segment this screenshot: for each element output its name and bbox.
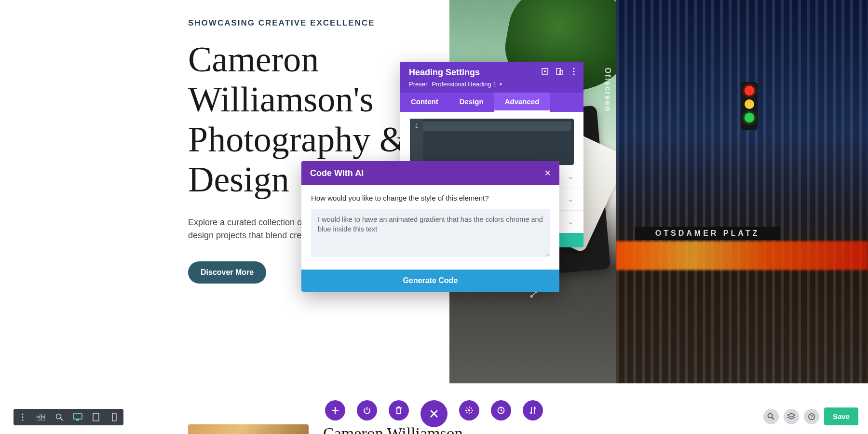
close-icon[interactable]: × (544, 168, 551, 178)
responsive-icon[interactable] (556, 68, 563, 75)
close-builder-icon[interactable] (420, 400, 448, 427)
sort-icon[interactable] (523, 400, 543, 420)
ai-modal-title: Code With AI (310, 168, 364, 178)
street-sign: OTSDAMER PLATZ (635, 227, 780, 240)
watermark-text: Ofiscreen (603, 68, 612, 112)
svg-point-9 (22, 420, 24, 421)
svg-point-14 (56, 414, 61, 419)
svg-point-7 (22, 414, 24, 415)
traffic-light-green (745, 113, 754, 122)
history-icon[interactable] (491, 400, 511, 420)
hero-image-city: OTSDAMER PLATZ (616, 0, 868, 383)
more-icon[interactable] (17, 412, 28, 422)
focus-icon[interactable] (541, 68, 549, 75)
svg-point-6 (573, 73, 574, 75)
traffic-light-yellow (745, 99, 754, 109)
power-icon[interactable] (357, 400, 377, 420)
svg-point-8 (22, 417, 24, 418)
tab-design[interactable]: Design (460, 93, 484, 112)
svg-point-4 (573, 68, 574, 69)
ai-modal-body: How would you like to change the style o… (301, 185, 559, 270)
svg-point-1 (544, 70, 546, 72)
css-code-editor[interactable]: 1 (410, 119, 574, 165)
zoom-icon[interactable] (54, 412, 65, 422)
svg-rect-10 (37, 414, 40, 417)
city-buildings-graphic (616, 0, 868, 383)
desktop-view-icon[interactable] (72, 412, 83, 422)
svg-point-20 (468, 409, 470, 411)
search-icon[interactable] (763, 409, 779, 424)
tab-advanced[interactable]: Advanced (494, 93, 550, 112)
svg-rect-16 (73, 414, 82, 419)
svg-text:?: ? (810, 414, 813, 419)
traffic-light-graphic (741, 82, 758, 130)
preset-value: Professional Heading 1 (432, 81, 496, 88)
light-trails-graphic (616, 241, 868, 270)
code-gutter: 1 (410, 119, 423, 165)
layers-icon[interactable] (784, 409, 799, 424)
phone-view-icon[interactable] (109, 412, 120, 422)
svg-rect-12 (37, 418, 40, 420)
right-actions: ? Save (763, 407, 858, 425)
chevron-down-icon: ⌄ (568, 172, 574, 181)
svg-rect-3 (560, 70, 562, 74)
svg-point-22 (768, 414, 773, 418)
traffic-light-red (745, 86, 754, 95)
chevron-down-icon: ▾ (500, 81, 502, 87)
svg-rect-13 (41, 418, 45, 420)
generate-code-button[interactable]: Generate Code (301, 270, 559, 292)
settings-tabs: Content Design Advanced (400, 93, 583, 112)
add-icon[interactable] (325, 400, 345, 420)
save-button[interactable]: Save (824, 407, 858, 425)
discover-more-button[interactable]: Discover More (188, 261, 266, 284)
author-photo (188, 424, 309, 434)
svg-line-15 (61, 419, 63, 421)
ai-prompt-label: How would you like to change the style o… (311, 194, 550, 202)
settings-body: 1 (400, 112, 583, 165)
chevron-down-icon: ⌄ (568, 195, 574, 203)
viewport-toolbar[interactable] (14, 409, 123, 425)
code-line-number: 1 (415, 122, 419, 129)
svg-rect-19 (112, 413, 116, 421)
svg-point-5 (573, 70, 574, 72)
svg-rect-11 (41, 414, 45, 417)
chevron-down-icon: ⌄ (568, 217, 574, 226)
wireframe-icon[interactable] (36, 412, 46, 422)
gear-icon[interactable] (459, 400, 479, 420)
more-icon[interactable] (570, 68, 578, 75)
trash-icon[interactable] (389, 400, 409, 420)
ai-modal-header[interactable]: Code With AI × (301, 161, 559, 185)
code-active-line (423, 122, 571, 131)
settings-header[interactable]: Heading Settings Preset: Professional He… (400, 62, 583, 93)
ai-prompt-textarea[interactable] (311, 209, 550, 257)
builder-action-bar (325, 400, 543, 427)
help-icon[interactable]: ? (804, 409, 819, 424)
svg-rect-17 (76, 420, 79, 420)
tab-content[interactable]: Content (411, 93, 438, 112)
preset-label: Preset: (409, 81, 429, 88)
code-with-ai-modal[interactable]: Code With AI × How would you like to cha… (301, 161, 559, 292)
preset-selector[interactable]: Preset: Professional Heading 1 ▾ (409, 81, 575, 88)
tablet-view-icon[interactable] (91, 412, 101, 422)
svg-rect-18 (93, 413, 99, 421)
svg-line-23 (772, 418, 774, 420)
